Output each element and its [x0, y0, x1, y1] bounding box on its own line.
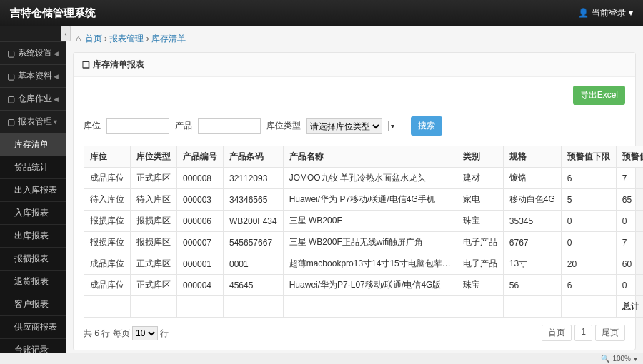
cell: 待入库区 — [131, 189, 177, 211]
cell: 65 — [616, 189, 643, 211]
column-header: 库位类型 — [131, 146, 177, 168]
sidebar-item[interactable]: 货品统计 — [0, 156, 66, 178]
cell: 0 — [616, 275, 643, 296]
table-footer: 共 6 行 每页 10 行 首页 1 尾页 — [84, 325, 625, 341]
search-button[interactable]: 搜索 — [411, 116, 442, 136]
user-label: 当前登录 — [592, 7, 626, 19]
cell: 000003 — [177, 189, 224, 211]
cell: 5 — [561, 189, 616, 211]
cell: 34346565 — [224, 189, 284, 211]
cell: 正式库区 — [131, 253, 177, 275]
cell: 报损库区 — [131, 211, 177, 232]
cell: JOMOO九牧 单孔冷热水面盆水龙头 — [283, 168, 457, 189]
loctype-select[interactable]: 请选择库位类型 — [306, 118, 382, 134]
topbar: 吉特仓储管理系统 👤 当前登录 ▾ — [0, 0, 643, 26]
column-header: 类别 — [457, 146, 503, 168]
cell: 32112093 — [224, 168, 284, 189]
cell: 建材 — [457, 168, 503, 189]
caret-left-icon: ◀ — [54, 73, 59, 80]
panel-inventory: ❏ 库存清单报表 导出Excel 库位 产品 库位类型 请选择库位类型 ▾ — [73, 52, 636, 350]
sidebar-item[interactable]: 退货报表 — [0, 270, 66, 293]
cell: 20 — [561, 253, 616, 275]
table-row[interactable]: 报损库位报损库区000007545657667三星 WB200F正品无线wifi… — [84, 232, 644, 253]
column-header: 产品编号 — [177, 146, 224, 168]
chevron-down-icon: ▾ — [629, 8, 633, 18]
cell: 13寸 — [503, 253, 561, 275]
sidebar-item[interactable]: 出库报表 — [0, 224, 66, 247]
crumb-leaf[interactable]: 库存清单 — [151, 34, 186, 44]
caret-left-icon: ◀ — [54, 96, 59, 103]
cell: WB200F434 — [224, 211, 284, 232]
cell: 000004 — [177, 275, 224, 296]
cell: 0 — [616, 211, 643, 232]
sidebar-group-basic[interactable]: ▢基本资料 ◀ — [0, 64, 66, 87]
sidebar-item[interactable]: 库存清单 — [0, 133, 66, 156]
cell: 60 — [616, 253, 643, 275]
column-header: 库位 — [84, 146, 131, 168]
dropdown-toggle-icon[interactable]: ▾ — [388, 121, 397, 131]
sidebar-item[interactable]: 供应商报表 — [0, 315, 66, 338]
table-row[interactable]: 成品库位正式库区0000010001超薄macbookpro13寸14寸15寸电… — [84, 253, 644, 275]
sidebar: ‹ ▢系统设置 ◀ ▢基本资料 ◀ ▢仓库作业 ◀ ▢报表管理 ▼ 库存清单货品… — [0, 26, 66, 353]
pager-page[interactable]: 1 — [574, 325, 592, 341]
cell: 6 — [561, 275, 616, 296]
cell: 000006 — [177, 211, 224, 232]
sidebar-item[interactable]: 客户报表 — [0, 293, 66, 315]
cell: 000008 — [177, 168, 224, 189]
rows-per-page-select[interactable]: 10 — [132, 326, 158, 340]
export-excel-button[interactable]: 导出Excel — [573, 86, 625, 105]
cell: 成品库位 — [84, 168, 131, 189]
cell: 000001 — [177, 253, 224, 275]
cell: 6767 — [503, 232, 561, 253]
cell: 56 — [503, 275, 561, 296]
cell: 报损库位 — [84, 211, 131, 232]
bookmark-icon: ▢ — [7, 71, 15, 81]
main-area: ⌂ 首页 › 报表管理 › 库存清单 ❏ 库存清单报表 导出Excel 库位 产… — [66, 26, 643, 353]
cell: 珠宝 — [457, 275, 503, 296]
cell: 报损库区 — [131, 232, 177, 253]
cell: 成品库位 — [84, 253, 131, 275]
table-row[interactable]: 报损库位报损库区000006WB200F434三星 WB200F珠宝353450… — [84, 211, 644, 232]
sidebar-submenu-reports: 库存清单货品统计出入库报表入库报表出库报表报损报表退货报表客户报表供应商报表台账… — [0, 133, 66, 353]
cell: 6 — [561, 168, 616, 189]
sidebar-group-system[interactable]: ▢系统设置 ◀ — [0, 41, 66, 64]
cell: 电子产品 — [457, 232, 503, 253]
sidebar-top: ‹ — [0, 26, 66, 41]
location-input[interactable] — [106, 118, 169, 134]
sidebar-item[interactable]: 出入库报表 — [0, 178, 66, 201]
sidebar-collapse-toggle[interactable]: ‹ — [61, 26, 71, 41]
cell: 正式库区 — [131, 168, 177, 189]
crumb-home[interactable]: 首页 — [85, 34, 102, 44]
cell: 待入库位 — [84, 189, 131, 211]
app-brand: 吉特仓储管理系统 — [10, 6, 96, 20]
pager-first[interactable]: 首页 — [542, 325, 572, 341]
product-input[interactable] — [198, 118, 261, 134]
sum-label: 总计： — [616, 296, 643, 318]
pager-last[interactable]: 尾页 — [595, 325, 625, 341]
cell: 三星 WB200F正品无线wifi触屏广角 — [283, 232, 457, 253]
panel-header: ❏ 库存清单报表 — [74, 53, 635, 77]
table-row[interactable]: 待入库位待入库区00000334346565Huawei/华为 P7移动/联通/… — [84, 189, 644, 211]
current-user-menu[interactable]: 👤 当前登录 ▾ — [578, 7, 633, 19]
cell: 珠宝 — [457, 211, 503, 232]
sidebar-item[interactable]: 报损报表 — [0, 247, 66, 270]
cell: 成品库位 — [84, 275, 131, 296]
row-count: 共 6 行 每页 10 行 — [84, 326, 169, 340]
inventory-table: 库位库位类型产品编号产品条码产品名称类别规格预警值下限预警值上限库存数 成品库位… — [84, 146, 643, 318]
cell: Huawei/华为 P7移动/联通/电信4G手机 — [283, 189, 457, 211]
cell: 正式库区 — [131, 275, 177, 296]
sidebar-item[interactable]: 入库报表 — [0, 201, 66, 224]
sidebar-item[interactable]: 台账记录 — [0, 338, 66, 353]
cell: 7 — [616, 168, 643, 189]
crumb-reports[interactable]: 报表管理 — [109, 34, 144, 44]
bookmark-icon: ▢ — [7, 117, 15, 127]
table-row[interactable]: 成品库位正式库区00000832112093JOMOO九牧 单孔冷热水面盆水龙头… — [84, 168, 644, 189]
cell: 7 — [616, 232, 643, 253]
column-header: 预警值上限 — [616, 146, 643, 168]
table-sum-row: 总计：0 — [84, 296, 644, 318]
bookmark-icon: ▢ — [7, 49, 15, 59]
sidebar-group-reports[interactable]: ▢报表管理 ▼ — [0, 110, 66, 133]
label-product: 产品 — [175, 120, 192, 132]
sidebar-group-warehouse[interactable]: ▢仓库作业 ◀ — [0, 87, 66, 110]
table-row[interactable]: 成品库位正式库区00000445645Huawei/华为P7-L07移动/联通/… — [84, 275, 644, 296]
